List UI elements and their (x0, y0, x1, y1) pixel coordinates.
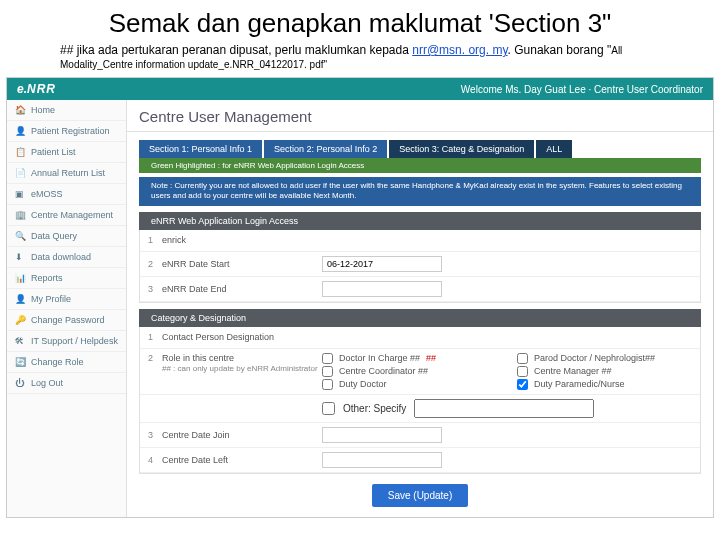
sidebar-item-centre-management[interactable]: 🏢Centre Management (7, 205, 126, 226)
note-email-link[interactable]: nrr@msn. org. my (412, 43, 507, 57)
role-duty-paramedic[interactable]: Duty Paramedic/Nurse (517, 379, 692, 390)
role-centre-manager[interactable]: Centre Manager ## (517, 366, 692, 377)
slide-title: Semak dan genapkan maklumat 'Section 3" (0, 0, 720, 43)
sidebar-item-change-role[interactable]: 🔄Change Role (7, 352, 126, 373)
home-icon: 🏠 (15, 105, 25, 115)
row-enrick: 1 enrick (140, 230, 700, 252)
sidebar-item-it-support[interactable]: 🛠IT Support / Helpdesk (7, 331, 126, 352)
logo-e: e. (17, 82, 27, 96)
sidebar-item-label: My Profile (31, 294, 71, 304)
other-label: Other: Specify (343, 403, 406, 414)
sidebar-item-data-download[interactable]: ⬇Data download (7, 247, 126, 268)
centre-date-join-input[interactable] (322, 427, 442, 443)
row-number: 3 (148, 284, 162, 294)
role-label-text: Role in this centre (162, 353, 234, 363)
sidebar-item-label: Centre Management (31, 210, 113, 220)
row-date-end: 3 eNRR Date End (140, 277, 700, 302)
support-icon: 🛠 (15, 336, 25, 346)
building-icon: 🏢 (15, 210, 25, 220)
key-icon: 🔑 (15, 315, 25, 325)
checkbox[interactable] (322, 379, 333, 390)
row-number: 4 (148, 455, 162, 465)
sidebar-item-my-profile[interactable]: 👤My Profile (7, 289, 126, 310)
other-checkbox[interactable] (322, 402, 335, 415)
sidebar-item-label: IT Support / Helpdesk (31, 336, 118, 346)
calendar-icon: 📄 (15, 168, 25, 178)
sidebar-item-patient-registration[interactable]: 👤Patient Registration (7, 121, 126, 142)
checkbox[interactable] (517, 366, 528, 377)
sidebar-item-label: Data download (31, 252, 91, 262)
save-button[interactable]: Save (Update) (372, 484, 468, 507)
sidebar-item-patient-list[interactable]: 📋Patient List (7, 142, 126, 163)
date-end-input[interactable] (322, 281, 442, 297)
logout-icon: ⏻ (15, 378, 25, 388)
row-centre-date-join: 3 Centre Date Join (140, 423, 700, 448)
app-window: e.NRR Welcome Ms. Day Guat Lee · Centre … (6, 77, 714, 518)
row-role: 2 Role in this centre ## : can only upda… (140, 349, 700, 395)
row-date-start: 2 eNRR Date Start (140, 252, 700, 277)
row-centre-date-left: 4 Centre Date Left (140, 448, 700, 473)
sidebar-item-label: Data Query (31, 231, 77, 241)
welcome-text: Welcome Ms. Day Guat Lee · Centre User C… (461, 84, 703, 95)
row-contact-person: 1 Contact Person Designation (140, 327, 700, 349)
sidebar-item-label: Log Out (31, 378, 63, 388)
checkbox[interactable] (322, 366, 333, 377)
sidebar-item-annual-return[interactable]: 📄Annual Return List (7, 163, 126, 184)
role-duty-doctor[interactable]: Duty Doctor (322, 379, 497, 390)
role-doctor-in-charge[interactable]: Doctor In Charge #### (322, 353, 497, 364)
role-checkbox-grid: Doctor In Charge #### Parod Doctor / Nep… (322, 353, 692, 390)
report-icon: 📊 (15, 273, 25, 283)
field-label: Role in this centre ## : can only update… (162, 353, 322, 373)
row-number: 2 (148, 259, 162, 269)
field-label: enrick (162, 235, 322, 245)
module-icon: ▣ (15, 189, 25, 199)
tab-section-2[interactable]: Section 2: Personal Info 2 (264, 140, 387, 158)
tab-all[interactable]: ALL (536, 140, 572, 158)
field-label: Centre Date Left (162, 455, 322, 465)
row-other-specify: Other: Specify (140, 395, 700, 423)
tab-section-1[interactable]: Section 1: Personal Info 1 (139, 140, 262, 158)
role-text: Centre Coordinator ## (339, 366, 428, 376)
app-logo: e.NRR (17, 82, 56, 96)
sidebar-item-home[interactable]: 🏠Home (7, 100, 126, 121)
list-icon: 📋 (15, 147, 25, 157)
checkbox[interactable] (517, 379, 528, 390)
sidebar-item-label: Home (31, 105, 55, 115)
sidebar-item-label: Patient Registration (31, 126, 110, 136)
role-centre-coordinator[interactable]: Centre Coordinator ## (322, 366, 497, 377)
date-start-input[interactable] (322, 256, 442, 272)
sidebar-item-label: eMOSS (31, 189, 63, 199)
field-label: Centre Date Join (162, 430, 322, 440)
tabs: Section 1: Personal Info 1 Section 2: Pe… (139, 140, 701, 158)
sidebar-item-emoss[interactable]: ▣eMOSS (7, 184, 126, 205)
logo-nrr: NRR (27, 82, 56, 96)
sidebar-item-log-out[interactable]: ⏻Log Out (7, 373, 126, 394)
sidebar-item-data-query[interactable]: 🔍Data Query (7, 226, 126, 247)
profile-icon: 👤 (15, 294, 25, 304)
sidebar-item-label: Patient List (31, 147, 76, 157)
sidebar-item-label: Change Role (31, 357, 84, 367)
main-content: Centre User Management Section 1: Person… (127, 100, 713, 517)
button-row: Save (Update) (127, 474, 713, 517)
tab-section-3[interactable]: Section 3: Categ & Designation (389, 140, 534, 158)
role-parod-doctor[interactable]: Parod Doctor / Nephrologist## (517, 353, 692, 364)
page-title: Centre User Management (127, 106, 713, 132)
section-header-login: eNRR Web Application Login Access (139, 212, 701, 230)
centre-date-left-input[interactable] (322, 452, 442, 468)
row-number: 1 (148, 332, 162, 342)
role-text: Doctor In Charge ## (339, 353, 420, 363)
slide-note: ## jika ada pertukaran peranan dipusat, … (0, 43, 720, 77)
sidebar-item-change-password[interactable]: 🔑Change Password (7, 310, 126, 331)
role-text: Parod Doctor / Nephrologist## (534, 353, 655, 363)
checkbox[interactable] (517, 353, 528, 364)
role-text: Centre Manager ## (534, 366, 612, 376)
sidebar-item-reports[interactable]: 📊Reports (7, 268, 126, 289)
topbar: e.NRR Welcome Ms. Day Guat Lee · Centre … (7, 78, 713, 100)
role-hint: ## : can only update by eNRR Administrat… (162, 364, 318, 373)
sidebar-item-label: Annual Return List (31, 168, 105, 178)
section-header-category: Category & Designation (139, 309, 701, 327)
checkbox[interactable] (322, 353, 333, 364)
note-suffix: . Gunakan borang " (508, 43, 612, 57)
other-specify-input[interactable] (414, 399, 594, 418)
swap-icon: 🔄 (15, 357, 25, 367)
